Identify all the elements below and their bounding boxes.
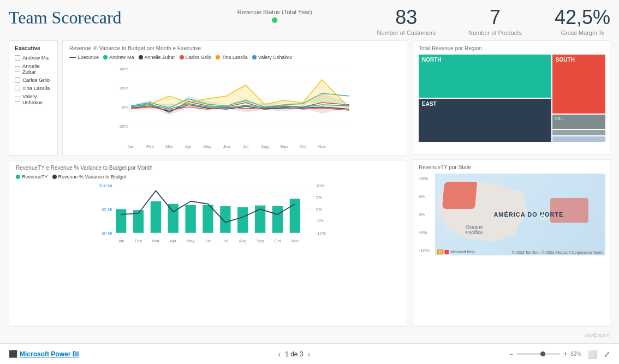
chart1-legend: Executive Andrew Ma Annelie Zubar (69, 55, 400, 60)
chart2-panel: RevenueTY e Revenue % Variance to Budget… (9, 160, 407, 327)
kpi-margin-value: 42,5% (555, 8, 610, 27)
powerbi-icon: ⬛ (9, 350, 17, 358)
filter-checkbox-0[interactable] (15, 55, 20, 61)
kpi-products-label: Number of Products (468, 29, 522, 36)
svg-text:Jul: Jul (223, 238, 228, 243)
svg-text:$0 Mi: $0 Mi (102, 231, 112, 236)
kpi-margin: 42,5% Gross Margin % (555, 8, 610, 36)
chart1-panel: Revenue % Variance to Budget por Month e… (62, 40, 407, 156)
svg-text:10%: 10% (316, 183, 325, 188)
svg-text:Feb: Feb (146, 144, 154, 149)
svg-rect-40 (237, 207, 248, 232)
chart2-legend: RevenueTY Revenue % Variance to Budget (16, 174, 400, 180)
legend-valery: Valery Ushakov (252, 55, 292, 60)
svg-text:Nov: Nov (291, 238, 299, 243)
filter-checkbox-1[interactable] (15, 66, 20, 71)
svg-text:Jun: Jun (223, 144, 230, 149)
svg-text:0%: 0% (122, 105, 128, 110)
legend-revenuety-label: RevenueTY (22, 174, 48, 180)
svg-text:Oct: Oct (274, 238, 281, 243)
prev-page-button[interactable]: ‹ (278, 350, 281, 359)
svg-text:-20%: -20% (118, 124, 128, 129)
svg-text:Oct: Oct (300, 144, 307, 149)
treemap-north: NORTH (419, 55, 551, 98)
map-bing-logo: M 🟥 Microsoft Bing (437, 250, 475, 254)
top-row: Team Scorecard Revenue Status (Total Yea… (9, 5, 610, 36)
legend-revenuety-icon (16, 175, 20, 179)
treemap-container: Total Revenue por Region NORTH EAST (414, 40, 610, 155)
filter-item-0[interactable]: Andrew Ma (15, 55, 52, 61)
zoom-level-label: 82% (570, 351, 581, 357)
svg-text:Aug: Aug (261, 144, 269, 149)
map-y-0: 0% (419, 212, 433, 217)
filter-checkbox-3[interactable] (15, 86, 20, 91)
status-label: Revenue Status (Total Year) (237, 9, 312, 15)
svg-rect-35 (151, 201, 161, 233)
chart1-svg: 40% 20% 0% -20% (69, 63, 400, 151)
map-y-n10: -10% (419, 248, 433, 253)
filter-checkbox-2[interactable] (15, 77, 20, 83)
svg-marker-10 (131, 80, 349, 108)
content-area: Team Scorecard Revenue Status (Total Yea… (0, 0, 619, 343)
map-y-10: 10% (419, 176, 433, 181)
status-indicator (272, 17, 277, 23)
treemap-title: Total Revenue por Region (419, 45, 605, 51)
svg-text:May: May (187, 238, 195, 243)
filter-label-2: Carlos Grilo (22, 77, 50, 83)
title-section: Team Scorecard (9, 5, 172, 28)
zoom-out-button[interactable]: − (509, 350, 513, 358)
svg-text:5%: 5% (316, 195, 322, 200)
map-ocean-label: OceanoPacífico (466, 224, 483, 235)
map-row: 10% 5% 0% -5% -10% (419, 174, 605, 255)
filter-label-4: Valery Ushakov (22, 93, 52, 105)
zoom-slider-thumb[interactable] (540, 351, 545, 356)
zoom-slider-track[interactable] (516, 353, 560, 355)
treemap: NORTH EAST SOUTH (419, 55, 605, 142)
right-panel: Total Revenue por Region NORTH EAST (414, 40, 610, 327)
zoom-in-button[interactable]: + (563, 350, 567, 358)
svg-text:Sep: Sep (280, 144, 288, 149)
legend-andrew: Andrew Ma (103, 55, 134, 60)
legend-carlos-label: Carlos Grilo (186, 55, 212, 60)
svg-rect-37 (185, 205, 195, 233)
svg-text:$10 Mi: $10 Mi (99, 183, 112, 188)
svg-text:Apr: Apr (185, 144, 192, 149)
legend-tina-icon (216, 55, 220, 59)
left-panel: Executive Andrew Ma Annelie Zubar Carlos… (9, 40, 407, 327)
treemap-ce: CE... (552, 115, 605, 129)
svg-text:-10%: -10% (316, 231, 326, 236)
map-usa (550, 198, 588, 223)
map-continent-label: AMÉRICA DO NORTE (493, 211, 563, 218)
chart2-title: RevenueTY e Revenue % Variance to Budget… (16, 165, 400, 171)
status-section: Revenue Status (Total Year) (172, 5, 377, 23)
legend-annelie-icon (139, 55, 143, 59)
map-y-labels: 10% 5% 0% -5% -10% (419, 174, 433, 255)
legend-revenuety: RevenueTY (16, 174, 48, 180)
kpi-products: 7 Number of Products (468, 8, 522, 36)
filter-checkbox-4[interactable] (15, 97, 20, 102)
filter-item-2[interactable]: Carlos Grilo (15, 77, 52, 83)
svg-rect-43 (290, 199, 300, 233)
filter-item-4[interactable]: Valery Ushakov (15, 93, 52, 105)
legend-valery-icon (252, 55, 257, 59)
executive-filter: Executive Andrew Ma Annelie Zubar Carlos… (9, 40, 58, 156)
svg-rect-33 (116, 209, 126, 232)
page-indicator: 1 de 3 (285, 350, 303, 358)
page-title: Team Scorecard (9, 8, 172, 28)
chart2-svg: $10 Mi $5 Mi $0 Mi 10% 5% 0% -5% -10% (16, 183, 400, 259)
legend-tina: Tina Lassila (216, 55, 248, 60)
legend-andrew-icon (103, 55, 108, 59)
map-container: RevenueTY por State 10% 5% 0% -5% -10% (414, 159, 610, 327)
kpi-products-value: 7 (468, 8, 522, 27)
kpi-margin-label: Gross Margin % (555, 29, 610, 36)
filter-item-1[interactable]: Annelie Zubar (15, 63, 52, 75)
powerbi-link[interactable]: Microsoft Power BI (20, 350, 79, 358)
fullscreen-button[interactable]: ⤢ (604, 350, 610, 359)
fit-page-button[interactable]: ⬜ (588, 350, 597, 359)
svg-rect-39 (220, 206, 230, 232)
map-ocean-text: OceanoPacífico (466, 224, 483, 235)
next-page-button[interactable]: › (308, 350, 311, 359)
filter-item-3[interactable]: Tina Lassila (15, 85, 52, 91)
top-chart-row: Executive Andrew Ma Annelie Zubar Carlos… (9, 40, 407, 156)
svg-text:Nov: Nov (318, 144, 326, 149)
